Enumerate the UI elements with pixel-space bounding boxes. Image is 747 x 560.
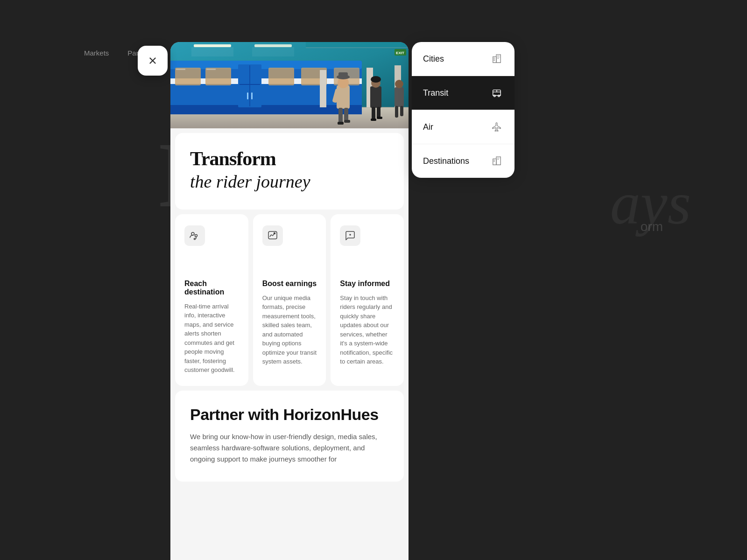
svg-rect-50 — [194, 44, 231, 47]
svg-point-47 — [395, 80, 403, 88]
menu-label-cities: Cities — [423, 54, 444, 64]
svg-rect-51 — [254, 44, 292, 47]
boost-earnings-icon — [262, 225, 283, 246]
card-title-reach: Reach destination — [184, 280, 239, 296]
svg-rect-46 — [395, 87, 404, 107]
card-title-informed: Stay informed — [340, 280, 395, 288]
svg-text:EXIT: EXIT — [396, 51, 404, 55]
svg-rect-10 — [170, 105, 362, 114]
svg-rect-44 — [371, 119, 376, 121]
svg-rect-20 — [268, 68, 294, 85]
svg-rect-33 — [338, 72, 348, 79]
feature-card-reach: Reach destination Real-time arrival info… — [175, 214, 248, 386]
menu-label-transit: Transit — [423, 88, 448, 98]
menu-label-destinations: Destinations — [423, 156, 469, 166]
transform-section: Transform the rider journey — [175, 133, 404, 210]
svg-rect-12 — [205, 68, 231, 85]
svg-point-59 — [350, 234, 351, 235]
card-desc-boost: Our unique media formats, precise measur… — [262, 294, 317, 366]
building-icon — [490, 52, 503, 65]
stay-informed-icon — [340, 225, 360, 246]
destination-icon — [490, 154, 503, 168]
svg-rect-36 — [338, 122, 344, 125]
sidebar-menu: Cities Transit — [412, 42, 514, 178]
svg-rect-79 — [493, 159, 496, 165]
svg-rect-11 — [175, 68, 201, 85]
transform-title: Transform — [190, 148, 389, 169]
svg-point-54 — [191, 232, 194, 235]
bg-text-storm: orm — [641, 219, 663, 234]
main-modal: EXIT — [170, 42, 409, 560]
svg-point-56 — [194, 238, 196, 239]
menu-item-cities[interactable]: Cities — [412, 42, 514, 76]
svg-rect-45 — [377, 117, 382, 119]
svg-rect-30 — [337, 85, 350, 109]
menu-label-air: Air — [423, 122, 433, 132]
close-button[interactable] — [138, 46, 168, 76]
menu-item-air[interactable]: Air — [412, 110, 514, 144]
feature-cards-row: Reach destination Real-time arrival info… — [175, 214, 404, 386]
transit-icon — [490, 86, 503, 99]
svg-rect-42 — [372, 107, 375, 120]
partner-section: Partner with HorizonHues We bring our kn… — [175, 391, 404, 482]
svg-rect-18 — [247, 92, 248, 99]
svg-point-58 — [274, 232, 275, 234]
partner-description: We bring our know-how in user-friendly d… — [190, 431, 389, 465]
svg-rect-49 — [400, 106, 403, 116]
plane-icon — [490, 120, 503, 133]
svg-rect-35 — [344, 108, 348, 121]
svg-rect-43 — [377, 107, 381, 118]
feature-card-informed: Stay informed Stay in touch with riders … — [331, 214, 404, 386]
svg-rect-14 — [206, 69, 216, 70]
svg-point-41 — [371, 76, 381, 83]
svg-rect-37 — [344, 120, 350, 123]
menu-item-destinations[interactable]: Destinations — [412, 144, 514, 178]
reach-destination-icon — [184, 225, 205, 246]
nav-item-markets[interactable]: Markets — [84, 49, 109, 57]
svg-rect-53 — [252, 47, 294, 56]
content-area[interactable]: Transform the rider journey Reach des — [170, 128, 409, 560]
menu-item-transit[interactable]: Transit — [412, 76, 514, 110]
hero-image: EXIT — [170, 42, 409, 128]
svg-rect-19 — [251, 92, 253, 99]
partner-title: Partner with HorizonHues — [190, 406, 389, 424]
svg-rect-13 — [176, 69, 185, 70]
svg-rect-23 — [320, 70, 326, 107]
card-desc-informed: Stay in touch with riders regularly and … — [340, 294, 395, 366]
svg-rect-52 — [191, 47, 233, 56]
transform-subtitle: the rider journey — [190, 171, 389, 193]
card-title-boost: Boost earnings — [262, 280, 317, 288]
svg-rect-48 — [395, 106, 398, 118]
svg-rect-39 — [370, 86, 381, 108]
card-desc-reach: Real-time arrival info, interactive maps… — [184, 302, 239, 375]
svg-rect-26 — [306, 42, 409, 48]
svg-rect-17 — [240, 84, 260, 85]
svg-rect-60 — [493, 56, 496, 63]
feature-card-boost: Boost earnings Our unique media formats,… — [253, 214, 326, 386]
svg-rect-34 — [338, 108, 343, 123]
